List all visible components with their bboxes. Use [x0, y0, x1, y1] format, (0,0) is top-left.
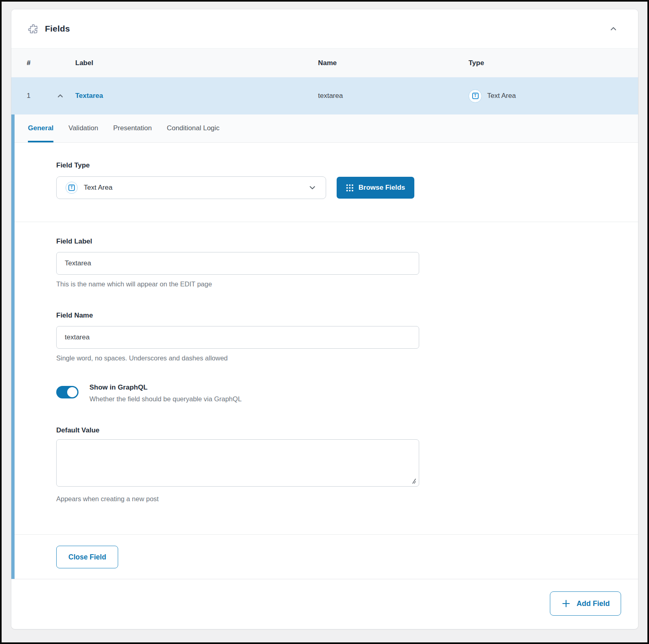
- field-type-section: Field Type T Text Area: [15, 143, 638, 222]
- active-field-accent-bar: [11, 114, 15, 579]
- field-editor: General Validation Presentation Conditio…: [11, 114, 638, 579]
- field-name-group: Field Name Single word, no spaces. Under…: [56, 311, 638, 362]
- close-field-button[interactable]: Close Field: [56, 546, 118, 568]
- text-area-type-icon: T: [66, 182, 78, 194]
- panel-header: Fields: [11, 9, 638, 48]
- field-name-help: Single word, no spaces. Underscores and …: [56, 354, 638, 362]
- field-row-name: textarea: [318, 92, 469, 100]
- field-name-input[interactable]: [56, 326, 419, 349]
- default-value-label: Default Value: [56, 426, 638, 434]
- tab-validation[interactable]: Validation: [68, 114, 98, 142]
- browse-fields-button[interactable]: Browse Fields: [337, 177, 414, 199]
- fields-table-header: # Label Name Type: [11, 48, 638, 77]
- puzzle-icon: [28, 23, 38, 34]
- collapse-field-button[interactable]: [56, 92, 75, 100]
- graphql-toggle-help: Whether the field should be queryable vi…: [89, 395, 242, 403]
- field-label-label: Field Label: [56, 237, 638, 246]
- field-row-index: 1: [27, 92, 56, 100]
- field-label-input[interactable]: [56, 252, 419, 275]
- editor-tabs: General Validation Presentation Conditio…: [15, 114, 638, 143]
- field-type-selected-value: Text Area: [84, 184, 308, 192]
- add-field-button-label: Add Field: [577, 600, 610, 608]
- field-row-label-link[interactable]: Textarea: [75, 92, 318, 100]
- tab-presentation[interactable]: Presentation: [113, 114, 152, 142]
- add-field-button[interactable]: Add Field: [550, 591, 621, 616]
- field-type-label: Field Type: [56, 161, 638, 169]
- field-label-group: Field Label This is the name which will …: [56, 237, 638, 288]
- column-header-label: Label: [75, 59, 318, 67]
- fields-panel: Fields # Label Name Type 1 Textarea text…: [11, 9, 638, 629]
- browse-fields-button-label: Browse Fields: [358, 184, 405, 192]
- tab-conditional-logic[interactable]: Conditional Logic: [167, 114, 219, 142]
- column-header-index: #: [27, 59, 75, 67]
- default-value-group: Default Value Appears when creating a ne…: [56, 426, 638, 503]
- general-tab-form: Field Label This is the name which will …: [15, 222, 638, 503]
- toggle-knob: [67, 387, 77, 397]
- graphql-toggle-group: Show in GraphQL Whether the field should…: [56, 383, 638, 403]
- collapse-panel-button[interactable]: [607, 23, 619, 35]
- graphql-toggle-label: Show in GraphQL: [89, 383, 242, 392]
- close-field-section: Close Field: [15, 534, 638, 579]
- chevron-up-icon: [56, 92, 64, 100]
- field-row-type: T Text Area: [469, 89, 638, 103]
- field-row-textarea[interactable]: 1 Textarea textarea T Text Area: [11, 77, 638, 114]
- chevron-down-icon: [308, 183, 317, 192]
- field-label-help: This is the name which will appear on th…: [56, 280, 638, 288]
- column-header-name: Name: [318, 59, 469, 67]
- field-row-type-label: Text Area: [487, 92, 516, 100]
- default-value-textarea[interactable]: [56, 439, 419, 487]
- panel-title: Fields: [45, 24, 70, 34]
- text-area-type-icon: T: [469, 89, 482, 103]
- plus-icon: [561, 599, 571, 608]
- show-in-graphql-toggle[interactable]: [56, 386, 78, 398]
- field-name-label: Field Name: [56, 311, 638, 320]
- chevron-up-icon: [609, 24, 618, 33]
- field-type-select[interactable]: T Text Area: [56, 176, 326, 199]
- default-value-help: Appears when creating a new post: [56, 495, 638, 503]
- resize-handle-icon[interactable]: [410, 478, 416, 484]
- panel-footer: Add Field: [11, 579, 638, 628]
- tab-general[interactable]: General: [28, 114, 53, 142]
- grid-dots-icon: [346, 184, 354, 192]
- column-header-type: Type: [469, 59, 638, 67]
